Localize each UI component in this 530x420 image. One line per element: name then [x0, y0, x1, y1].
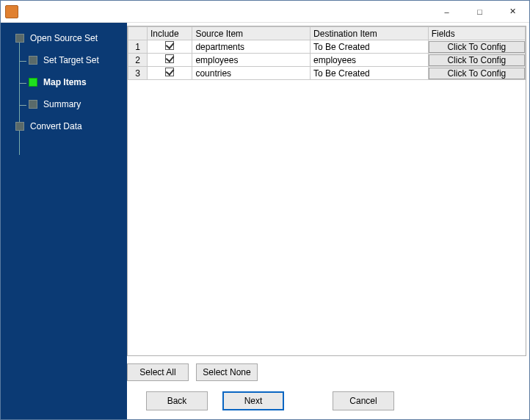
- source-item-cell[interactable]: departments: [192, 40, 311, 54]
- main-pane: Include Source Item Destination Item Fie…: [127, 23, 529, 419]
- wizard-step-convert-data[interactable]: Convert Data: [7, 120, 121, 133]
- step-label: Convert Data: [30, 121, 82, 131]
- step-label: Open Source Set: [30, 33, 98, 43]
- step-marker-icon: [29, 100, 37, 109]
- close-button[interactable]: ✕: [496, 1, 529, 23]
- selection-row: Select All Select None: [127, 359, 529, 385]
- app-icon: [5, 5, 18, 18]
- checkbox-icon[interactable]: [165, 68, 174, 76]
- back-button[interactable]: Back: [146, 391, 208, 410]
- row-number: 3: [128, 67, 148, 80]
- col-destination[interactable]: Destination Item: [311, 27, 429, 40]
- select-none-button[interactable]: Select None: [196, 363, 258, 381]
- step-marker-icon: [15, 34, 24, 43]
- config-fields-button[interactable]: Click To Config: [429, 54, 525, 66]
- fields-cell: Click To Config: [428, 67, 525, 80]
- config-fields-button[interactable]: Click To Config: [429, 41, 525, 53]
- checkbox-icon[interactable]: [165, 54, 174, 63]
- step-marker-icon: [29, 78, 37, 87]
- step-label: Summary: [43, 99, 81, 109]
- config-fields-button[interactable]: Click To Config: [429, 68, 525, 79]
- include-cell[interactable]: [147, 67, 192, 80]
- cancel-button[interactable]: Cancel: [333, 391, 394, 410]
- step-marker-icon: [29, 56, 37, 65]
- include-cell[interactable]: [147, 54, 192, 67]
- col-fields[interactable]: Fields: [428, 27, 525, 40]
- items-table: Include Source Item Destination Item Fie…: [128, 26, 526, 80]
- items-table-container: Include Source Item Destination Item Fie…: [127, 26, 526, 356]
- col-source[interactable]: Source Item: [192, 27, 311, 40]
- row-number: 2: [128, 54, 148, 67]
- wizard-step-open-source-set[interactable]: Open Source Set: [7, 32, 121, 45]
- step-label: Map Items: [43, 77, 87, 87]
- wizard-step-map-items[interactable]: Map Items: [7, 76, 121, 89]
- minimize-button[interactable]: –: [430, 1, 463, 23]
- title-bar: – □ ✕: [1, 1, 529, 23]
- col-include[interactable]: Include: [147, 27, 192, 40]
- wizard-step-set-target-set[interactable]: Set Target Set: [7, 54, 121, 67]
- fields-cell: Click To Config: [428, 40, 525, 54]
- table-row[interactable]: 3countriesTo Be CreatedClick To Config: [128, 67, 526, 80]
- wizard-sidebar: Open Source SetSet Target SetMap ItemsSu…: [1, 23, 127, 419]
- include-cell[interactable]: [147, 40, 192, 54]
- destination-item-cell[interactable]: employees: [311, 54, 429, 67]
- destination-item-cell[interactable]: To Be Created: [311, 40, 429, 54]
- step-marker-icon: [15, 122, 24, 131]
- source-item-cell[interactable]: countries: [192, 67, 311, 80]
- row-number: 1: [128, 40, 148, 54]
- source-item-cell[interactable]: employees: [192, 54, 311, 67]
- next-button[interactable]: Next: [222, 391, 284, 410]
- maximize-button[interactable]: □: [463, 1, 496, 23]
- select-all-button[interactable]: Select All: [127, 363, 189, 381]
- fields-cell: Click To Config: [428, 54, 525, 67]
- checkbox-icon[interactable]: [165, 41, 174, 50]
- nav-row: Back Next Cancel: [127, 385, 529, 419]
- col-rownum: [128, 27, 148, 40]
- step-label: Set Target Set: [43, 55, 99, 65]
- table-row[interactable]: 2employeesemployeesClick To Config: [128, 54, 526, 67]
- destination-item-cell[interactable]: To Be Created: [311, 67, 429, 80]
- wizard-step-summary[interactable]: Summary: [7, 98, 121, 111]
- table-row[interactable]: 1departmentsTo Be CreatedClick To Config: [128, 40, 526, 54]
